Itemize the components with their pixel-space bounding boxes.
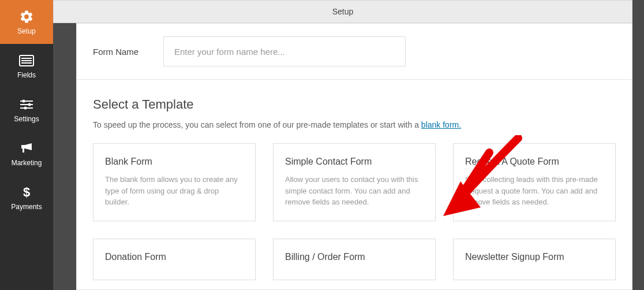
sidebar-item-label: Setup <box>17 27 35 35</box>
main-area: Setup Form Name Select a Template To spe… <box>53 0 644 290</box>
sidebar-item-payments[interactable]: $ Payments <box>0 176 53 220</box>
svg-rect-2 <box>21 60 32 61</box>
form-name-label: Form Name <box>77 47 163 57</box>
section-title: Select a Template <box>93 97 616 112</box>
section-desc: To speed up the process, you can select … <box>93 120 616 129</box>
svg-rect-4 <box>20 101 33 102</box>
template-title: Simple Contact Form <box>285 157 424 167</box>
sidebar-item-setup[interactable]: Setup <box>0 0 53 44</box>
bullhorn-icon <box>19 140 34 157</box>
template-card-billing[interactable]: Billing / Order Form <box>273 239 436 280</box>
template-section: Select a Template To speed up the proces… <box>77 80 632 280</box>
svg-rect-6 <box>20 104 33 105</box>
topbar: Setup <box>53 0 632 23</box>
sidebar-item-label: Fields <box>17 71 36 79</box>
blank-form-link[interactable]: blank form. <box>421 120 461 129</box>
template-desc: Allow your users to contact you with thi… <box>285 174 424 208</box>
svg-point-7 <box>28 103 31 106</box>
template-card-simple-contact[interactable]: Simple Contact Form Allow your users to … <box>273 143 436 221</box>
template-card-blank[interactable]: Blank Form The blank form allows you to … <box>93 143 256 221</box>
template-card-newsletter[interactable]: Newsletter Signup Form <box>453 239 616 280</box>
template-card-request-quote[interactable]: Request A Quote Form Start collecting le… <box>453 143 616 221</box>
template-title: Blank Form <box>105 157 244 167</box>
form-icon <box>19 53 34 69</box>
sidebar-item-marketing[interactable]: Marketing <box>0 132 53 176</box>
gear-icon <box>19 9 34 25</box>
template-title: Billing / Order Form <box>285 252 424 262</box>
template-title: Donation Form <box>105 252 244 262</box>
template-card-donation[interactable]: Donation Form <box>93 239 256 280</box>
svg-rect-10 <box>23 148 24 153</box>
form-name-input[interactable] <box>163 36 406 66</box>
svg-rect-1 <box>21 58 32 59</box>
page-title: Setup <box>332 7 354 16</box>
section-desc-text: To speed up the process, you can select … <box>93 120 421 129</box>
template-desc: The blank form allows you to create any … <box>105 174 244 208</box>
templates-grid: Blank Form The blank form allows you to … <box>93 143 616 280</box>
form-name-row: Form Name <box>77 24 632 80</box>
svg-point-5 <box>23 100 25 103</box>
sidebar-item-settings[interactable]: Settings <box>0 88 53 132</box>
svg-point-9 <box>24 107 27 110</box>
setup-panel: Form Name Select a Template To speed up … <box>76 23 632 290</box>
sidebar-item-label: Marketing <box>12 159 42 167</box>
template-desc: Start collecting leads with this pre-mad… <box>465 174 604 208</box>
sidebar-item-label: Payments <box>11 203 42 211</box>
template-title: Newsletter Signup Form <box>465 252 604 262</box>
dollar-icon: $ <box>22 184 31 200</box>
sliders-icon <box>19 96 34 113</box>
sidebar: Setup Fields Settings Marketing $ Paymen… <box>0 0 53 290</box>
svg-rect-3 <box>21 62 32 64</box>
svg-text:$: $ <box>23 185 30 199</box>
template-title: Request A Quote Form <box>465 157 604 167</box>
sidebar-item-label: Settings <box>14 115 39 123</box>
sidebar-item-fields[interactable]: Fields <box>0 44 53 88</box>
